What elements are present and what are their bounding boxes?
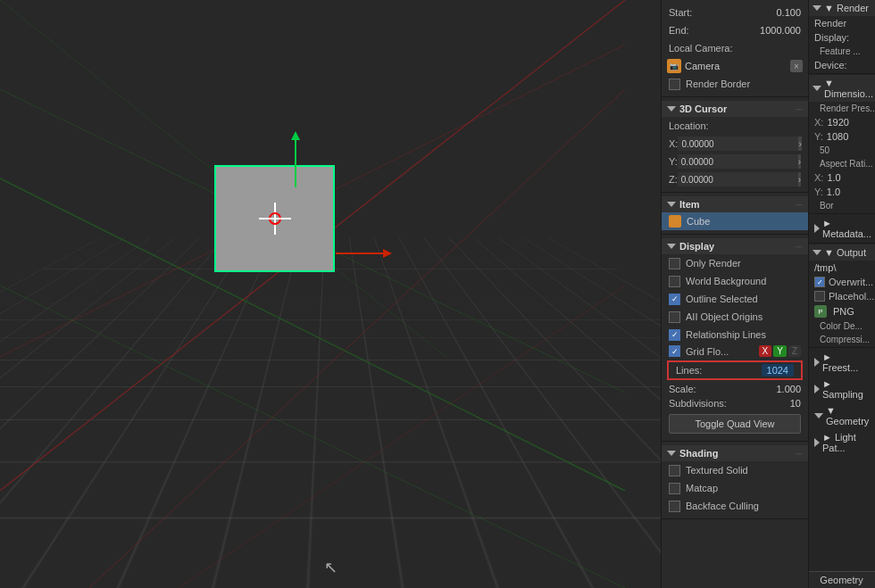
metadata-header[interactable]: ► Metadata... bbox=[809, 215, 875, 242]
item-section-header[interactable]: Item ··· bbox=[662, 196, 808, 212]
textured-solid-label: Textured Solid bbox=[686, 465, 801, 476]
textured-solid-row[interactable]: Textured Solid bbox=[662, 461, 808, 479]
freestyle-header[interactable]: ► Freest... bbox=[809, 349, 875, 376]
placeholder-label: Placehol... bbox=[829, 291, 874, 302]
cursor-x-row: X: › bbox=[662, 135, 808, 153]
overwrite-row[interactable]: Overwrit... bbox=[809, 275, 875, 289]
relationship-lines-row[interactable]: Relationship Lines bbox=[662, 326, 808, 344]
item-section-dots: ··· bbox=[796, 200, 803, 210]
textured-solid-checkbox[interactable] bbox=[669, 465, 680, 476]
world-bg-checkbox[interactable] bbox=[669, 276, 680, 287]
y-transform-arrow[interactable] bbox=[295, 138, 296, 187]
scale-value[interactable]: 1.000 bbox=[776, 384, 801, 394]
relationship-lines-checkbox[interactable] bbox=[669, 329, 680, 341]
cube-mesh[interactable] bbox=[214, 165, 335, 272]
only-render-label: Only Render bbox=[686, 258, 801, 269]
grid-x-toggle[interactable]: X bbox=[759, 345, 772, 357]
dimensions-collapse-icon bbox=[812, 86, 821, 91]
camera-name[interactable]: Camera bbox=[685, 61, 787, 71]
aspect-y-row: Y: 1.0 bbox=[809, 185, 875, 199]
display-section-header[interactable]: Display ··· bbox=[662, 238, 808, 254]
cursor-z-arrow[interactable]: › bbox=[798, 172, 801, 186]
res-x-value[interactable]: 1920 bbox=[827, 117, 848, 128]
world-bg-row[interactable]: World Background bbox=[662, 272, 808, 290]
subdivisions-value[interactable]: 10 bbox=[790, 398, 801, 409]
shading-section: Shading ··· Textured Solid Matcap Backfa… bbox=[662, 442, 808, 519]
grid-floor-row[interactable]: Grid Flo... X Y Z bbox=[662, 344, 808, 359]
cursor-y-input[interactable] bbox=[678, 154, 798, 169]
dimensions-header[interactable]: ▼ Dimensio... bbox=[809, 75, 875, 102]
item-section-title: Item bbox=[679, 199, 700, 210]
metadata-label: ► Metadata... bbox=[822, 218, 871, 239]
lines-value[interactable]: 1024 bbox=[762, 364, 794, 377]
render-border-row[interactable]: Render Border bbox=[662, 75, 808, 93]
backface-culling-checkbox[interactable] bbox=[669, 501, 680, 512]
all-origins-checkbox[interactable] bbox=[669, 311, 680, 323]
aspect-x-value[interactable]: 1.0 bbox=[827, 172, 840, 183]
lines-row[interactable]: Lines: 1024 bbox=[667, 360, 803, 380]
x-transform-arrow[interactable] bbox=[336, 253, 385, 254]
grid-y-toggle[interactable]: Y bbox=[773, 345, 787, 357]
matcap-checkbox[interactable] bbox=[669, 483, 680, 494]
res-x-label: X: bbox=[814, 117, 823, 128]
placeholder-row[interactable]: Placehol... bbox=[809, 289, 875, 303]
dimensions-label: ▼ Dimensio... bbox=[824, 78, 873, 99]
res-y-value[interactable]: 1080 bbox=[827, 131, 848, 142]
render-header[interactable]: ▼ Render bbox=[809, 0, 875, 16]
output-path[interactable]: /tmp\ bbox=[809, 261, 875, 275]
viewport[interactable]: ↖ bbox=[0, 0, 661, 588]
sampling-header[interactable]: ► Sampling bbox=[809, 376, 875, 402]
res-pct-row: 50 bbox=[809, 144, 875, 157]
shading-section-header[interactable]: Shading ··· bbox=[662, 445, 808, 461]
sampling-expand-icon bbox=[814, 385, 820, 393]
metadata-expand-icon bbox=[814, 224, 820, 233]
only-render-row[interactable]: Only Render bbox=[662, 254, 808, 272]
camera-close-button[interactable]: × bbox=[790, 60, 803, 72]
grid-z-toggle[interactable]: Z bbox=[788, 345, 801, 357]
placeholder-checkbox[interactable] bbox=[814, 291, 825, 302]
grid-floor-label: Grid Flo... bbox=[686, 346, 757, 357]
aspect-ratio-row: Aspect Rati... bbox=[809, 157, 875, 170]
render-border-checkbox[interactable] bbox=[669, 79, 680, 90]
all-origins-row[interactable]: AII Object Origins bbox=[662, 308, 808, 326]
outline-selected-row[interactable]: Outline Selected bbox=[662, 290, 808, 308]
cube-item-row[interactable]: Cube bbox=[662, 212, 808, 230]
only-render-checkbox[interactable] bbox=[669, 258, 680, 269]
grid-floor-checkbox[interactable] bbox=[669, 345, 680, 357]
display-section: Display ··· Only Render World Background… bbox=[662, 235, 808, 442]
backface-culling-row[interactable]: Backface Culling bbox=[662, 497, 808, 515]
cursor-z-row: Z: › bbox=[662, 170, 808, 188]
geometry-tab[interactable]: Geometry bbox=[808, 571, 875, 588]
geometry-header[interactable]: ▼ Geometry bbox=[809, 402, 875, 429]
geometry-label: ▼ Geometry bbox=[826, 405, 870, 427]
outline-selected-label: Outline Selected bbox=[686, 294, 801, 304]
png-label: PNG bbox=[833, 306, 854, 317]
cursor-x-arrow[interactable]: › bbox=[798, 137, 801, 151]
light-path-label: ► Light Pat... bbox=[822, 432, 870, 453]
overwrite-checkbox[interactable] bbox=[814, 277, 825, 287]
light-path-header[interactable]: ► Light Pat... bbox=[809, 429, 875, 456]
cursor-z-input[interactable] bbox=[678, 172, 798, 186]
png-icon: P bbox=[814, 305, 827, 318]
render-panel: ▼ Render Render Display: Feature ... Dev… bbox=[808, 0, 875, 588]
sampling-label: ► Sampling bbox=[822, 378, 870, 400]
res-pct-value[interactable]: 50 bbox=[820, 145, 829, 155]
output-header[interactable]: ▼ Output bbox=[809, 244, 875, 261]
render-preset-label: Render Pres... bbox=[820, 104, 875, 113]
aspect-y-label: Y: bbox=[814, 186, 823, 197]
cursor-y-arrow[interactable]: › bbox=[798, 154, 801, 169]
output-label: ▼ Output bbox=[824, 247, 866, 258]
location-label: Location: bbox=[669, 120, 801, 131]
cursor-x-input[interactable] bbox=[678, 137, 798, 151]
output-collapse-icon bbox=[812, 250, 821, 255]
toggle-quad-view-button[interactable]: Toggle Quad View bbox=[669, 414, 801, 434]
outline-selected-checkbox[interactable] bbox=[669, 294, 680, 305]
local-camera-label: Local Camera: bbox=[669, 43, 801, 54]
cube-item-name: Cube bbox=[687, 216, 710, 227]
properties-panel: Start: 0.100 End: 1000.000 Local Camera:… bbox=[661, 0, 808, 588]
device-row: Device: bbox=[809, 58, 875, 72]
cursor-section-header[interactable]: 3D Cursor ··· bbox=[662, 101, 808, 117]
matcap-row[interactable]: Matcap bbox=[662, 479, 808, 497]
aspect-y-value[interactable]: 1.0 bbox=[827, 186, 840, 197]
divider-1 bbox=[809, 73, 875, 74]
